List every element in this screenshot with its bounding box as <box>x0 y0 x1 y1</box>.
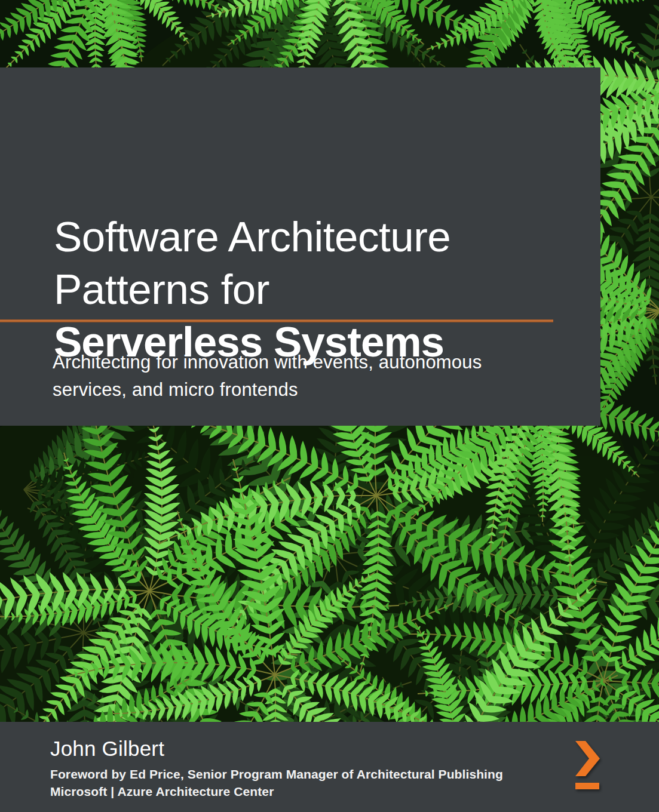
packt-underscore-icon <box>575 783 599 789</box>
book-title-line1: Software Architecture <box>54 211 591 263</box>
author-name: John Gilbert <box>50 736 659 761</box>
book-cover: Software Architecture Patterns for Serve… <box>0 0 659 812</box>
packt-logo-icon <box>575 741 600 796</box>
book-subtitle-line1: Architecting for innovation with events,… <box>53 349 482 376</box>
author-bar: John Gilbert Foreword by Ed Price, Senio… <box>0 722 659 812</box>
accent-divider <box>0 319 553 322</box>
credits: Foreword by Ed Price, Senior Program Man… <box>50 765 659 800</box>
book-subtitle-line2: services, and micro frontends <box>53 376 482 404</box>
foreword-credit: Foreword by Ed Price, Senior Program Man… <box>50 765 659 783</box>
publisher-credit: Microsoft | Azure Architecture Center <box>50 783 659 800</box>
book-subtitle: Architecting for innovation with events,… <box>53 349 482 404</box>
packt-chevron-icon <box>575 741 600 776</box>
book-title-line2: Patterns for <box>54 263 591 316</box>
book-title: Software Architecture Patterns for Serve… <box>54 211 591 368</box>
